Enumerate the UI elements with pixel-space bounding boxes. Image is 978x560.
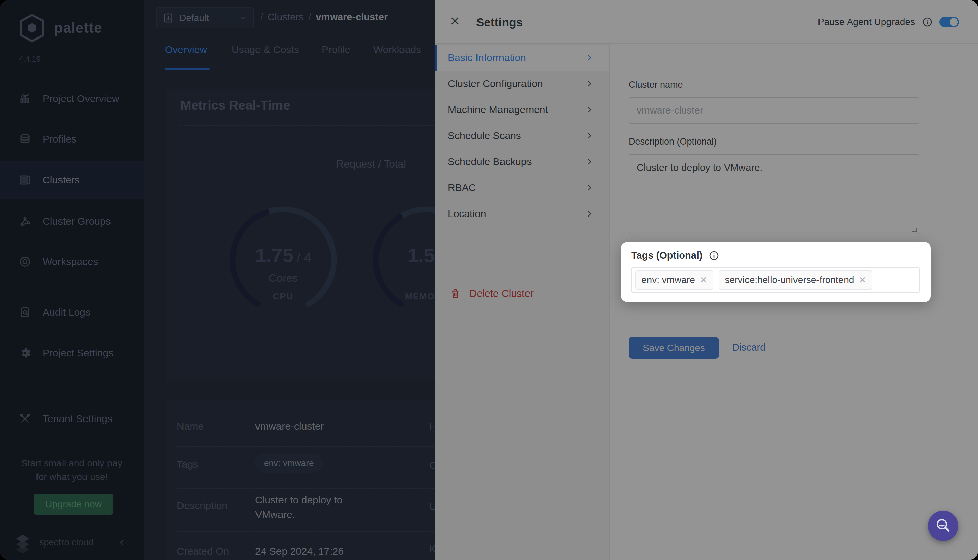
tag-chip-service-hello-universe-frontend: service:hello-universe-frontend ✕ — [719, 270, 873, 290]
tags-label: Tags (Optional) — [631, 250, 703, 261]
remove-tag-icon[interactable]: ✕ — [859, 275, 866, 285]
tag-chip-label: service:hello-universe-frontend — [725, 275, 854, 285]
help-button[interactable] — [928, 511, 958, 541]
info-icon[interactable] — [709, 250, 719, 261]
tag-chip-label: env: vmware — [641, 275, 695, 285]
app-window: palette 4.4.19 Project Overview Profiles… — [0, 0, 978, 560]
search-help-icon — [935, 517, 952, 535]
tags-spotlight: Tags (Optional) env: vmware ✕ service:he… — [621, 242, 931, 302]
remove-tag-icon[interactable]: ✕ — [700, 275, 707, 285]
tags-input[interactable]: env: vmware ✕ service:hello-universe-fro… — [631, 267, 920, 293]
tag-chip-env-vmware: env: vmware ✕ — [635, 270, 713, 290]
